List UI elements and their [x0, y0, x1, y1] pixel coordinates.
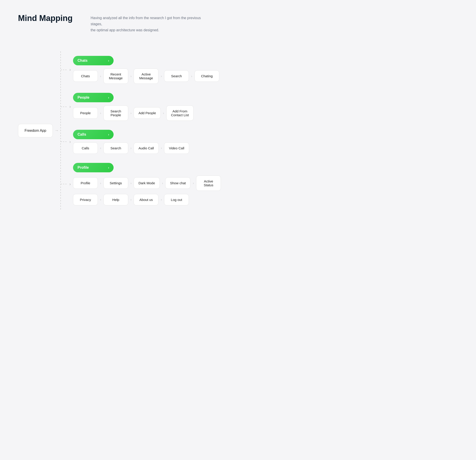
- items-row-calls-0: Calls›Search›Audio Call›Video Call: [73, 142, 189, 154]
- item-arrow-profile-0-2: ›: [160, 181, 165, 185]
- branch-content-people: People›People›Search People›Add People›A…: [73, 93, 194, 121]
- item-node-profile-0-4: Active Status: [196, 176, 221, 191]
- branch-content-chats: Chats›Chats›Recent Message›Active Messag…: [73, 56, 219, 84]
- item-node-chats-0-0: Chats: [73, 70, 98, 82]
- category-label-profile: Profile: [77, 166, 89, 170]
- branch-horizontal-connector: [61, 142, 67, 142]
- item-node-chats-0-3: Search: [164, 70, 189, 82]
- category-btn-calls[interactable]: Calls›: [73, 130, 114, 139]
- item-arrow-profile-1-0: ›: [98, 198, 103, 201]
- items-row-chats-0: Chats›Recent Message›Active Message›Sear…: [73, 68, 219, 84]
- vertical-dashed-line: [60, 51, 61, 210]
- branch-arrow: ›: [67, 182, 73, 186]
- item-arrow-profile-0-0: ›: [98, 181, 103, 185]
- category-label-people: People: [77, 95, 89, 100]
- item-node-profile-1-2: About us: [134, 194, 158, 205]
- page-title: Mind Mapping: [18, 14, 73, 23]
- item-node-people-0-3: Add From Contact List: [166, 105, 194, 121]
- item-node-chats-0-2: Active Message: [134, 68, 158, 84]
- item-node-calls-0-3: Video Call: [164, 142, 189, 154]
- item-node-calls-0-2: Audio Call: [134, 142, 158, 154]
- category-chevron-calls: ›: [108, 133, 109, 136]
- item-node-people-0-2: Add People: [134, 107, 161, 119]
- branch-horizontal-connector: [61, 107, 67, 107]
- item-arrow-calls-0-0: ›: [98, 146, 103, 150]
- item-node-profile-0-3: Show chat: [165, 177, 190, 189]
- item-arrow-people-0-1: ›: [128, 111, 134, 115]
- category-chevron-people: ›: [108, 96, 109, 99]
- category-label-chats: Chats: [77, 59, 87, 63]
- item-arrow-chats-0-1: ›: [128, 74, 134, 78]
- item-node-profile-1-3: Log out: [164, 194, 189, 205]
- mindmap: Freedom App → ›Chats›Chats›Recent Messag…: [18, 47, 458, 214]
- item-node-people-0-0: People: [73, 107, 98, 119]
- item-arrow-calls-0-2: ›: [159, 146, 164, 150]
- item-arrow-calls-0-1: ›: [128, 146, 134, 150]
- item-node-profile-0-2: Dark Mode: [134, 177, 160, 189]
- item-node-profile-0-0: Profile: [73, 177, 98, 189]
- item-arrow-profile-0-1: ›: [128, 181, 134, 185]
- category-btn-profile[interactable]: Profile›: [73, 163, 114, 172]
- category-btn-chats[interactable]: Chats›: [73, 56, 114, 65]
- item-node-chats-0-1: Recent Message: [103, 68, 128, 84]
- branches-container: ›Chats›Chats›Recent Message›Active Messa…: [61, 51, 221, 210]
- branch-content-profile: Profile›Profile›Settings›Dark Mode›Show …: [73, 163, 221, 205]
- item-arrow-people-0-2: ›: [161, 111, 166, 115]
- branch-row-profile: ›Profile›Profile›Settings›Dark Mode›Show…: [61, 163, 221, 205]
- branch-horizontal-connector: [61, 184, 67, 184]
- item-node-people-0-1: Search People: [103, 105, 128, 121]
- item-arrow-chats-0-0: ›: [98, 74, 103, 78]
- root-node: Freedom App: [18, 124, 53, 137]
- item-arrow-chats-0-3: ›: [189, 74, 195, 78]
- item-node-profile-1-0: Privacy: [73, 194, 98, 205]
- vertical-connector: [60, 51, 61, 210]
- category-chevron-profile: ›: [108, 166, 109, 169]
- root-arrow: →: [53, 128, 60, 133]
- branch-arrow: ›: [67, 67, 73, 72]
- items-row-profile-0: Profile›Settings›Dark Mode›Show chat›Act…: [73, 176, 221, 191]
- branch-content-calls: Calls›Calls›Search›Audio Call›Video Call: [73, 130, 189, 154]
- branch-arrow: ›: [67, 104, 73, 109]
- item-arrow-chats-0-2: ›: [158, 74, 164, 78]
- branch-row-calls: ›Calls›Calls›Search›Audio Call›Video Cal…: [61, 130, 221, 154]
- item-arrow-people-0-0: ›: [98, 111, 103, 115]
- item-node-profile-1-1: Help: [103, 194, 128, 205]
- branch-arrow: ›: [67, 139, 73, 144]
- item-arrow-profile-1-2: ›: [158, 198, 164, 201]
- item-arrow-profile-0-3: ›: [190, 181, 196, 185]
- item-node-calls-0-0: Calls: [73, 142, 98, 154]
- items-row-people-0: People›Search People›Add People›Add From…: [73, 105, 194, 121]
- page-header: Mind Mapping Having analyzed all the inf…: [18, 14, 458, 33]
- branch-row-people: ›People›People›Search People›Add People›…: [61, 93, 221, 121]
- category-btn-people[interactable]: People›: [73, 93, 114, 102]
- item-arrow-profile-1-1: ›: [128, 198, 134, 201]
- item-node-chats-0-4: Chating: [195, 70, 219, 82]
- page-description: Having analyzed all the info from the re…: [91, 15, 208, 33]
- branch-horizontal-connector: [61, 70, 67, 70]
- branch-row-chats: ›Chats›Chats›Recent Message›Active Messa…: [61, 56, 221, 84]
- category-chevron-chats: ›: [108, 59, 109, 62]
- item-node-calls-0-1: Search: [103, 142, 128, 154]
- category-label-calls: Calls: [77, 133, 86, 136]
- items-row-profile-1: Privacy›Help›About us›Log out: [73, 194, 221, 205]
- item-node-profile-0-1: Settings: [103, 177, 128, 189]
